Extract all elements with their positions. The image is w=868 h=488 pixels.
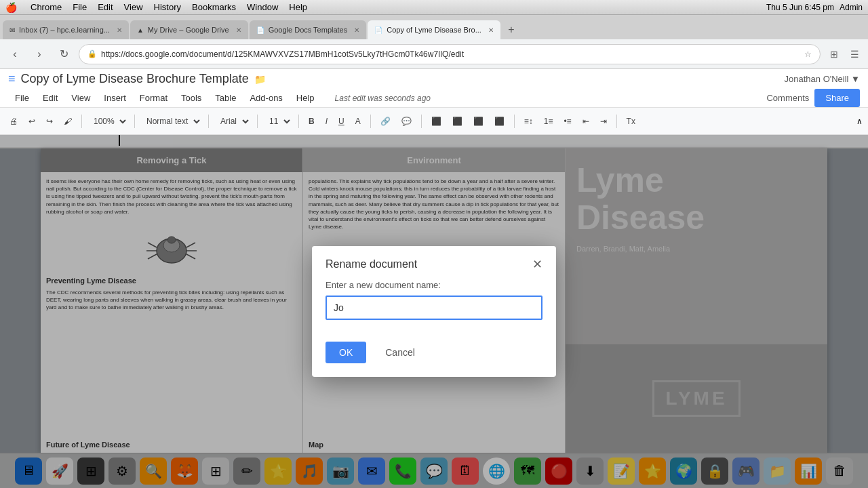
- tab-4-label: Copy of Lyme Disease Bro...: [387, 26, 481, 34]
- align-right-button[interactable]: ⬛: [469, 112, 488, 131]
- tab-4-close[interactable]: ✕: [488, 26, 494, 34]
- gdocs-menu-tools[interactable]: Tools: [174, 90, 208, 106]
- tab-1[interactable]: ✉ Inbox (7) – hpc.e.learning... ✕: [3, 20, 129, 39]
- toolbar-sep-2: [134, 115, 135, 128]
- gdocs-menu-format[interactable]: Format: [133, 90, 174, 106]
- tab-4-favicon: 📄: [374, 26, 382, 34]
- apple-logo[interactable]: 🍎: [5, 2, 17, 13]
- dialog-ok-button[interactable]: OK: [326, 342, 366, 363]
- font-select[interactable]: Arial: [214, 113, 252, 130]
- document-area: Removing a Tick It seems like everyone h…: [0, 135, 868, 488]
- redo-button[interactable]: ↪: [42, 112, 57, 131]
- reload-button[interactable]: ↻: [54, 45, 73, 64]
- gdocs-folder-icon[interactable]: 📁: [254, 74, 266, 85]
- gdocs-share-area: Comments Share: [766, 89, 860, 107]
- tab-2[interactable]: ▲ My Drive – Google Drive ✕: [130, 20, 248, 39]
- indent-inc-button[interactable]: ⇥: [596, 112, 611, 131]
- menubar-user: Admin: [840, 3, 863, 12]
- menu-bookmarks[interactable]: Bookmarks: [192, 2, 236, 12]
- address-bar[interactable]: 🔒 https://docs.google.com/document/d/125…: [79, 44, 821, 64]
- text-color-button[interactable]: A: [351, 112, 365, 131]
- tab-1-favicon: ✉: [9, 26, 15, 34]
- dialog-name-input[interactable]: [326, 296, 542, 320]
- chrome-toolbar: ‹ › ↻ 🔒 https://docs.google.com/document…: [0, 39, 868, 69]
- tab-2-favicon: ▲: [137, 26, 144, 34]
- toolbar-sep-9: [616, 115, 617, 128]
- italic-button[interactable]: I: [321, 112, 332, 131]
- zoom-select[interactable]: 100%: [87, 113, 129, 130]
- menu-history[interactable]: History: [154, 2, 181, 12]
- gdocs-menu-file[interactable]: File: [8, 90, 36, 106]
- format-paint-button[interactable]: 🖌: [60, 112, 76, 131]
- share-button[interactable]: Share: [814, 89, 860, 107]
- line-spacing-button[interactable]: ≡↕: [520, 112, 537, 131]
- toolbar-sep-6: [370, 115, 371, 128]
- gdocs-header: ≡ Copy of Lyme Disease Brochure Template…: [0, 69, 868, 108]
- menu-view[interactable]: View: [124, 2, 143, 12]
- menubar-right: Thu 5 Jun 6:45 pm Admin: [766, 3, 863, 12]
- tab-2-label: My Drive – Google Drive: [148, 26, 229, 34]
- toolbar-sep-1: [81, 115, 82, 128]
- menu-help[interactable]: Help: [289, 2, 307, 12]
- undo-button[interactable]: ↩: [24, 112, 39, 131]
- toolbar-sep-5: [298, 115, 299, 128]
- dialog-overlay: Rename document ✕ Enter a new document n…: [0, 135, 868, 488]
- underline-button[interactable]: U: [334, 112, 349, 131]
- dialog-close-button[interactable]: ✕: [532, 258, 542, 270]
- comments-button[interactable]: Comments: [766, 93, 809, 103]
- browser-icons: ⊞ ☰: [826, 46, 863, 62]
- text-style-select[interactable]: Normal text: [140, 113, 203, 130]
- dialog-input-label: Enter a new document name:: [326, 280, 542, 290]
- url-input[interactable]: https://docs.google.com/document/d/125KM…: [101, 49, 804, 59]
- dialog-cancel-button[interactable]: Cancel: [372, 342, 429, 363]
- print-button[interactable]: 🖨: [5, 112, 22, 131]
- align-center-button[interactable]: ⬛: [448, 112, 467, 131]
- gdocs-hamburger-icon[interactable]: ≡: [8, 72, 16, 86]
- tab-1-close[interactable]: ✕: [117, 26, 122, 34]
- gdocs-menu-insert[interactable]: Insert: [97, 90, 133, 106]
- toolbar-collapse[interactable]: ∧: [856, 117, 863, 126]
- lock-icon: 🔒: [87, 49, 97, 58]
- gdocs-doc-title[interactable]: Copy of Lyme Disease Brochure Template: [21, 72, 249, 86]
- indent-dec-button[interactable]: ⇤: [578, 112, 593, 131]
- bullets-button[interactable]: •≡: [559, 112, 575, 131]
- gdocs-menu-edit[interactable]: Edit: [36, 90, 64, 106]
- forward-button[interactable]: ›: [30, 45, 49, 64]
- tab-4[interactable]: 📄 Copy of Lyme Disease Bro... ✕: [368, 20, 500, 39]
- gdocs-menu-view[interactable]: View: [64, 90, 97, 106]
- menu-edit[interactable]: Edit: [98, 2, 113, 12]
- gdocs-autosave: Last edit was seconds ago: [335, 94, 431, 103]
- toolbar-sep-3: [208, 115, 209, 128]
- menu-file[interactable]: File: [73, 2, 87, 12]
- chrome-menu-icon[interactable]: ☰: [846, 46, 863, 62]
- gdocs-user[interactable]: Jonathan O'Neill ▼: [785, 74, 860, 84]
- clear-format-button[interactable]: Tx: [623, 112, 639, 131]
- mac-menubar: 🍎 Chrome File Edit View History Bookmark…: [0, 0, 868, 15]
- gdocs-menu-table[interactable]: Table: [208, 90, 243, 106]
- justify-button[interactable]: ⬛: [490, 112, 509, 131]
- menu-window[interactable]: Window: [247, 2, 278, 12]
- comment-button[interactable]: 💬: [397, 112, 416, 131]
- gdocs-menu-help[interactable]: Help: [290, 90, 321, 106]
- tab-3[interactable]: 📄 Google Docs Templates ✕: [250, 20, 367, 39]
- gdocs-title-row: ≡ Copy of Lyme Disease Brochure Template…: [8, 72, 860, 89]
- new-tab-button[interactable]: +: [502, 20, 521, 39]
- menubar-datetime: Thu 5 Jun 6:45 pm: [766, 3, 834, 12]
- tab-3-label: Google Docs Templates: [269, 26, 348, 34]
- font-size-select[interactable]: 11: [263, 113, 293, 130]
- back-button[interactable]: ‹: [5, 45, 24, 64]
- rename-dialog: Rename document ✕ Enter a new document n…: [312, 246, 556, 377]
- main-container: 🍎 Chrome File Edit View History Bookmark…: [0, 0, 868, 488]
- gdocs-menu-addons[interactable]: Add-ons: [243, 90, 289, 106]
- numbering-button[interactable]: 1≡: [540, 112, 557, 131]
- tab-3-close[interactable]: ✕: [354, 26, 359, 34]
- align-left-button[interactable]: ⬛: [427, 112, 446, 131]
- link-button[interactable]: 🔗: [376, 112, 395, 131]
- toolbar-sep-7: [421, 115, 422, 128]
- bold-button[interactable]: B: [304, 112, 319, 131]
- menu-chrome[interactable]: Chrome: [31, 2, 62, 12]
- bookmark-icon[interactable]: ☆: [804, 49, 812, 59]
- dialog-title: Rename document: [326, 258, 417, 270]
- extensions-icon[interactable]: ⊞: [826, 46, 842, 62]
- tab-2-close[interactable]: ✕: [236, 26, 241, 34]
